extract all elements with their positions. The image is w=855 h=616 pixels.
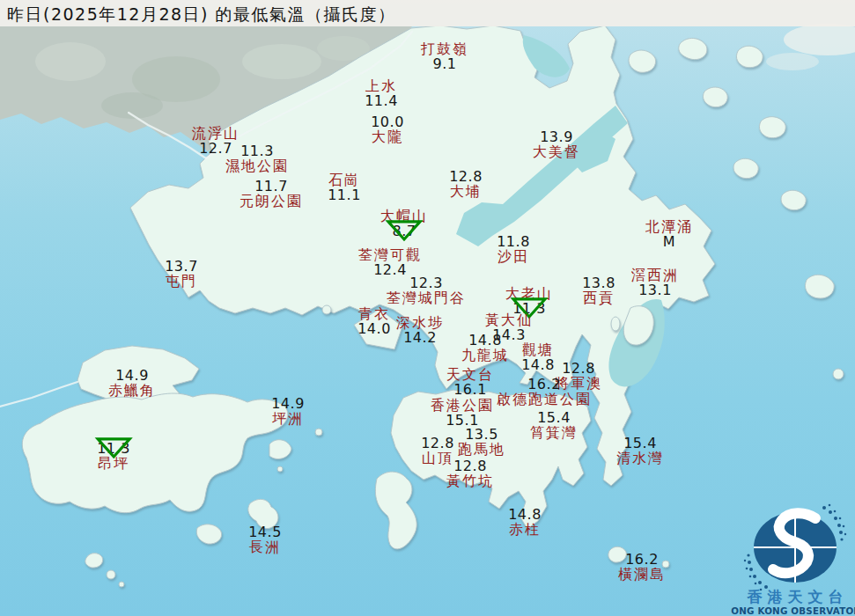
logo-english-name: HONG KONG OBSERVATORY <box>731 605 855 616</box>
station-name: 滘西洲 <box>631 268 679 282</box>
station-清水灣: 15.4清水灣 <box>616 436 664 466</box>
station-value: 9.1 <box>421 56 468 71</box>
station-name: 荃灣可觀 <box>358 247 422 262</box>
min-temp-triangle-icon <box>95 436 132 458</box>
hko-logo: 香港天文台 HONG KONG OBSERVATORY <box>731 503 855 616</box>
station-name: 流浮山 <box>192 126 240 141</box>
station-name: 石崗 <box>328 172 361 187</box>
station-value: 13.1 <box>631 282 679 297</box>
station-value: 11.8 <box>497 234 530 249</box>
station-value: 14.8 <box>521 357 555 372</box>
station-value: 16.1 <box>446 382 494 397</box>
station-value: 13.5 <box>458 427 505 442</box>
station-北潭涌: 北潭涌M <box>645 219 693 249</box>
station-value: 16.2 <box>497 377 592 392</box>
station-元朗公園: 11.7元朗公園 <box>240 179 303 209</box>
station-name: 大隴 <box>371 129 404 144</box>
station-滘西洲: 滘西洲13.1 <box>631 268 679 297</box>
station-value: 14.0 <box>357 321 391 336</box>
station-name: 黃竹坑 <box>446 473 494 488</box>
station-value: 11.1 <box>328 187 361 202</box>
station-黃竹坑: 12.8黃竹坑 <box>446 458 494 488</box>
station-name: 觀塘 <box>521 342 555 357</box>
station-name: 大美督 <box>533 144 580 159</box>
station-大帽山: 大帽山8.7 <box>380 209 428 238</box>
station-name: 筲箕灣 <box>530 425 578 440</box>
station-荃灣可觀: 荃灣可觀12.4 <box>358 247 422 277</box>
station-青衣: 青衣14.0 <box>357 306 391 336</box>
station-上水: 上水11.4 <box>365 78 398 108</box>
station-name: 九龍城 <box>461 348 509 363</box>
station-name: 沙田 <box>497 249 530 264</box>
station-筲箕灣: 15.4筲箕灣 <box>530 410 578 440</box>
station-沙田: 11.8沙田 <box>497 234 530 264</box>
station-坪洲: 14.9坪洲 <box>271 396 305 426</box>
station-name: 元朗公園 <box>240 194 303 209</box>
station-value: 12.3 <box>387 275 466 290</box>
station-name: 赤鱲角 <box>108 383 156 398</box>
station-name: 長洲 <box>248 539 282 554</box>
station-赤鱲角: 14.9赤鱲角 <box>108 368 156 398</box>
station-value: 14.8 <box>461 333 509 348</box>
station-大隴: 10.0大隴 <box>371 114 404 144</box>
station-荃灣城門谷: 12.3荃灣城門谷 <box>387 275 466 305</box>
station-value: 14.5 <box>248 524 282 539</box>
station-name: 北潭涌 <box>645 219 693 234</box>
station-name: 跑馬地 <box>458 442 505 457</box>
station-value: 8.7 <box>380 224 428 238</box>
station-大美督: 13.9大美督 <box>533 129 580 159</box>
station-value: 12.8 <box>449 169 483 184</box>
station-value: 16.2 <box>618 552 666 567</box>
station-濕地公園: 11.3濕地公園 <box>225 143 289 173</box>
station-value: 10.0 <box>371 114 404 129</box>
station-name: 橫瀾島 <box>618 567 666 582</box>
station-value: 15.4 <box>530 410 578 425</box>
station-香港公園: 香港公園15.1 <box>431 398 494 428</box>
station-name: 香港公園 <box>431 398 494 413</box>
station-大埔: 12.8大埔 <box>449 169 483 199</box>
station-深水埗: 深水埗14.2 <box>396 315 444 345</box>
station-value: 11.4 <box>365 93 398 108</box>
station-name: 大老山 <box>505 286 553 301</box>
station-天文台: 天文台16.1 <box>446 367 494 397</box>
station-石崗: 石崗11.1 <box>328 172 361 202</box>
station-橫瀾島: 16.2橫瀾島 <box>618 552 666 582</box>
station-打鼓嶺: 打鼓嶺9.1 <box>421 41 468 71</box>
station-name: 打鼓嶺 <box>421 41 468 56</box>
station-name: 大埔 <box>449 184 483 199</box>
station-name: 深水埗 <box>396 315 444 330</box>
station-name: 西貢 <box>582 290 615 305</box>
station-赤柱: 14.8赤柱 <box>508 507 542 537</box>
station-value: 14.9 <box>108 368 156 383</box>
station-九龍城: 14.8九龍城 <box>461 333 509 363</box>
station-value: 12.8 <box>421 436 454 451</box>
station-value: 13.8 <box>582 275 615 290</box>
station-name: 屯門 <box>165 274 198 289</box>
station-name: 大帽山 <box>380 209 428 224</box>
station-name: 濕地公園 <box>225 158 289 173</box>
station-name: 啟德跑道公園 <box>497 392 592 407</box>
station-name: 上水 <box>365 78 398 93</box>
station-value: M <box>645 234 693 249</box>
station-長洲: 14.5長洲 <box>248 524 282 554</box>
logo-chinese-name: 香港天文台 <box>747 588 849 605</box>
station-name: 昂坪 <box>97 456 130 471</box>
station-name: 青衣 <box>357 306 391 321</box>
station-value: 11.7 <box>240 179 303 194</box>
station-value: 13.7 <box>165 259 198 274</box>
station-value: 11.3 <box>97 441 130 456</box>
station-觀塘: 觀塘14.8 <box>521 342 555 372</box>
station-name: 清水灣 <box>616 451 664 466</box>
stations-layer: 打鼓嶺9.1上水11.410.0大隴流浮山12.711.3濕地公園13.9大美督… <box>0 0 855 616</box>
station-啟德跑道公園: 16.2啟德跑道公園 <box>497 377 592 407</box>
station-value: 14.9 <box>271 396 305 411</box>
station-name: 天文台 <box>446 367 494 382</box>
hko-min-temp-map: 昨日(2025年12月28日) 的最低氣溫（攝氏度） 打鼓嶺9.1上水11.41… <box>0 0 855 616</box>
station-跑馬地: 13.5跑馬地 <box>458 427 505 457</box>
station-西貢: 13.8西貢 <box>582 275 615 305</box>
station-value: 12.8 <box>446 458 494 473</box>
station-value: 15.4 <box>616 436 664 451</box>
station-value: 14.8 <box>508 507 542 522</box>
station-name: 坪洲 <box>271 411 305 426</box>
station-value: 12.8 <box>555 361 602 376</box>
